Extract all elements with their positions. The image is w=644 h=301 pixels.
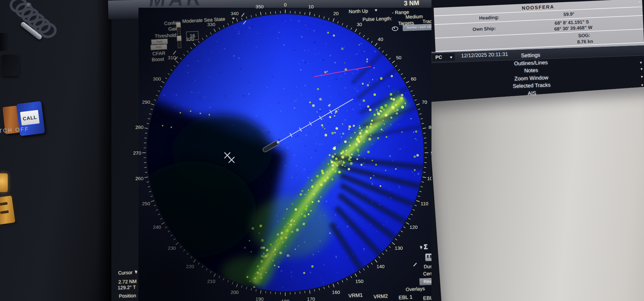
edit-icon[interactable] <box>175 56 178 60</box>
chevron-down-icon[interactable]: ▼ <box>638 0 641 4</box>
bearing-label: 110 <box>421 201 428 206</box>
source-label: PC <box>435 54 442 60</box>
longitude-value: 68° 30' 39.468" W <box>554 25 592 32</box>
bearing-label: 290 <box>142 99 150 105</box>
heading-value: 59.9° <box>564 11 575 17</box>
bearing-label: 10 <box>308 4 314 9</box>
bearing-label: 260 <box>135 176 143 181</box>
chevron-down-icon[interactable]: ▼ <box>639 5 642 9</box>
pulse-length-label: Pulse Length: <box>363 15 392 22</box>
bearing-label: 150 <box>355 278 363 284</box>
edit-icon[interactable] <box>243 21 246 24</box>
source-dropdown[interactable]: PC ▼ <box>432 53 455 61</box>
threshold-label: Threshold: <box>144 32 178 39</box>
sog-value: 8.76 kn <box>577 39 593 44</box>
latitude-value: 68° 8' 41.191" S <box>554 19 589 26</box>
vrm1-button[interactable]: VRM1 <box>348 292 363 299</box>
threshold-mode-button-2[interactable]: AGC <box>150 44 167 51</box>
radar-mode-panel: North Up ▼ 3 NM - Range Pulse Length: Me… <box>346 3 444 38</box>
radar-screen[interactable]: 0102030405060708090100110120130140150160… <box>138 8 433 301</box>
gain-value-box[interactable]: 16 <box>186 31 199 40</box>
bearing-label: 170 <box>307 296 315 301</box>
bearing-label: 190 <box>256 296 264 301</box>
bearing-label: 120 <box>410 224 418 230</box>
right-display: NOOSFERA Heading: 59.9° Own Ship: 68° 8'… <box>431 0 644 301</box>
bearing-label: 20 <box>333 11 339 16</box>
right-menu: Settings Outlines/Lines Notes Zoom Windo… <box>460 50 603 100</box>
bearing-label: 220 <box>186 264 194 269</box>
bearing-label: 60 <box>411 76 416 82</box>
bearing-label: 350 <box>256 4 264 9</box>
pulse-length-dropdown[interactable]: Medium <box>405 14 423 20</box>
range-value: 3 NM <box>404 0 420 7</box>
chevron-down-icon[interactable]: ▼ <box>640 75 644 79</box>
gain-threshold-slider[interactable] <box>176 21 181 48</box>
position-label: Position <box>119 293 136 299</box>
bearing-label: 250 <box>142 201 150 206</box>
overlays-button[interactable]: Overlays <box>406 286 425 292</box>
chevron-down-icon[interactable]: ▼ <box>640 83 644 87</box>
overexposed-area <box>431 86 644 301</box>
bearing-label: 200 <box>231 289 239 295</box>
bearing-label: 50 <box>396 55 402 60</box>
edit-icon[interactable] <box>173 51 176 54</box>
bearing-label: 180 <box>281 298 289 301</box>
bearing-label: 160 <box>332 289 340 295</box>
cursor-readout: Cursor 2.72 NM 129.2° T Position N/A <box>115 260 158 301</box>
edit-icon[interactable] <box>241 13 244 17</box>
visibility-eye-icon[interactable] <box>392 26 398 31</box>
bearing-label: 70 <box>422 99 427 105</box>
bearing-label: 270 <box>133 150 141 156</box>
own-ship-label: Own Ship: <box>472 26 496 32</box>
bridge-photo: CALL TCH OFF MAR 01020304050607080901001… <box>0 0 644 301</box>
bearing-label: 230 <box>168 245 176 251</box>
chevron-down-icon[interactable]: ▼ <box>231 16 236 20</box>
bearing-label: 240 <box>153 224 161 230</box>
cursor-range-value: 2.72 NM <box>118 278 137 285</box>
ebl1-button[interactable]: EBL 1 <box>399 294 413 301</box>
sea-state-dropdown[interactable]: Moderate Sea State <box>182 16 225 24</box>
cfar-toggle[interactable]: CFAR <box>152 50 166 56</box>
chevron-down-icon[interactable]: ▼ <box>640 67 643 71</box>
bearing-label: 0 <box>284 2 287 7</box>
chevron-down-icon[interactable]: ▼ <box>639 61 643 64</box>
boost-toggle[interactable]: Boost <box>152 56 164 62</box>
bearing-label: 140 <box>376 264 384 269</box>
cursor-label: Cursor <box>118 269 133 276</box>
bearing-label: 210 <box>207 278 215 284</box>
vrm2-button[interactable]: VRM2 <box>374 293 388 300</box>
chevron-down-icon: ▼ <box>449 54 454 61</box>
cursor-pointer-icon <box>135 270 138 274</box>
bearing-label: 130 <box>395 245 403 251</box>
chevron-down-icon[interactable]: ▼ <box>374 8 378 12</box>
bearing-label: 280 <box>135 124 143 130</box>
radar-config-panel: Config: Moderate Sea State ▼ Gain: Thres… <box>145 10 257 67</box>
heading-label: Heading: <box>479 15 499 21</box>
sog-label: SOG: <box>578 33 590 38</box>
sum-tool-icon[interactable]: Σ <box>424 243 428 251</box>
bearing-label: 300 <box>153 76 161 82</box>
track-number-button[interactable]: Number / track 100 <box>402 24 436 31</box>
orientation-dropdown[interactable]: North Up <box>349 8 368 14</box>
cursor-bearing-value: 129.2° T <box>118 284 136 290</box>
